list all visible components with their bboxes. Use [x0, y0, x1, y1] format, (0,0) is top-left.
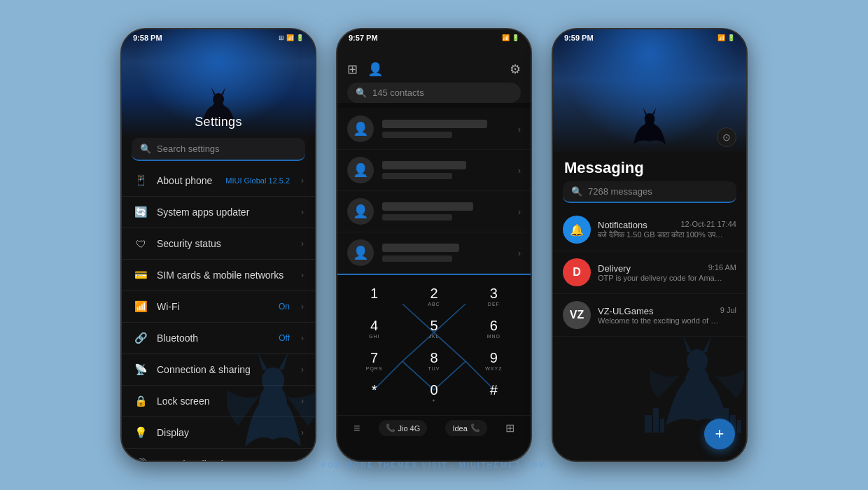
chevron-icon-10: ›	[301, 459, 304, 461]
contact-item-4[interactable]: 👤 ›	[337, 232, 531, 274]
settings-item-security[interactable]: 🛡 Security status ›	[122, 228, 315, 260]
dial-key-4[interactable]: 4GHI	[344, 313, 404, 345]
message-item-notifications[interactable]: 🔔 Notifications 12-Oct-21 17:44 बजे दैनि…	[553, 209, 746, 251]
message-item-delivery[interactable]: D Delivery 9:16 AM OTP is your delivery …	[553, 251, 746, 294]
msg-preview-delivery: OTP is your delivery code for Amazon. Sh…	[598, 274, 724, 282]
msg-body-delivery: Delivery 9:16 AM OTP is your delivery co…	[598, 263, 736, 282]
msg-avatar-vz: VZ	[563, 301, 591, 329]
messaging-title: Messaging	[553, 152, 746, 181]
wifi-value: On	[279, 302, 290, 312]
contacts-grid-icon[interactable]: ⊞	[347, 62, 358, 77]
dial-settings-icon[interactable]: ≡	[354, 422, 360, 435]
svg-marker-18	[643, 108, 648, 114]
svg-point-20	[685, 365, 710, 405]
bluetooth-icon: 🔗	[133, 330, 148, 346]
svg-marker-23	[703, 336, 711, 352]
dial-grid-icon[interactable]: ⊞	[505, 421, 514, 435]
dial-key-5[interactable]: 5JKL	[404, 313, 463, 345]
dial-key-7[interactable]: 7PQRS	[344, 345, 404, 377]
chevron-icon: ›	[301, 176, 304, 186]
updater-label: System apps updater	[157, 206, 293, 218]
dial-key-9[interactable]: 9WXYZ	[464, 345, 524, 377]
phone-dialer: 9:57 PM 📶 🔋 ⊞ 👤 ⚙ 🔍 145 contacts 👤	[336, 28, 532, 462]
contact-item-1[interactable]: 👤 ›	[337, 108, 531, 150]
contact-avatar-1: 👤	[347, 115, 374, 142]
contact-arrow-2: ›	[518, 165, 521, 176]
contacts-settings-icon[interactable]: ⚙	[510, 62, 521, 77]
contact-item-3[interactable]: 👤 ›	[337, 191, 531, 232]
contact-arrow-3: ›	[518, 206, 521, 217]
settings-item-about[interactable]: 📱 About phone MIUI Global 12.5.2 ›	[122, 165, 315, 197]
msg-body-vz: VZ-ULGames 9 Jul Welcome to the exciting…	[598, 306, 736, 325]
chevron-icon-7: ›	[301, 365, 304, 374]
search-bar[interactable]: 🔍 Search settings	[132, 138, 305, 161]
msg-name-vz: VZ-ULGames 9 Jul	[598, 306, 736, 316]
contacts-person-icon[interactable]: 👤	[368, 62, 383, 77]
carrier-2-button[interactable]: Idea 📞	[445, 420, 486, 436]
updater-icon: 🔄	[133, 204, 148, 220]
svg-marker-3	[221, 88, 225, 94]
phones-container: 9:58 PM ⊞ 📶 🔋	[0, 0, 868, 490]
search-icon: 🔍	[140, 144, 151, 154]
status-icons-3: 📶 🔋	[718, 34, 735, 41]
security-label: Security status	[157, 238, 293, 249]
connection-label: Connection & sharing	[157, 364, 293, 375]
sound-icon: 🔊	[133, 456, 148, 461]
bluetooth-value: Off	[279, 333, 290, 343]
msg-body-notifications: Notifications 12-Oct-21 17:44 बजे दैनिक …	[598, 220, 736, 239]
settings-item-sim[interactable]: 💳 SIM cards & mobile networks ›	[122, 260, 315, 291]
chevron-icon-2: ›	[301, 207, 304, 217]
svg-marker-22	[683, 336, 692, 352]
compose-button[interactable]: +	[704, 419, 735, 449]
svg-rect-24	[645, 415, 652, 433]
contact-number-1	[382, 132, 452, 138]
about-icon: 📱	[133, 173, 148, 188]
svg-rect-29	[737, 420, 741, 433]
svg-point-21	[687, 349, 708, 373]
dial-key-2[interactable]: 2ABC	[404, 281, 463, 313]
settings-title: Settings	[122, 115, 315, 130]
connection-icon: 📡	[133, 362, 148, 377]
settings-item-sound[interactable]: 🔊 Sound & vibration ›	[122, 449, 315, 461]
carrier-1-button[interactable]: 📞 Jio 4G	[379, 420, 428, 436]
message-item-vz[interactable]: VZ VZ-ULGames 9 Jul Welcome to the excit…	[553, 294, 746, 337]
settings-item-display[interactable]: 💡 Display ›	[122, 417, 315, 449]
display-label: Display	[157, 427, 293, 438]
contact-info-3	[382, 202, 510, 220]
hero-image-1: Settings	[122, 29, 315, 138]
search-placeholder: Search settings	[157, 144, 220, 154]
dialer-grid: 12ABC3DEF4GHI5JKL6MNO7PQRS8TUV9WXYZ*0+#	[337, 275, 531, 415]
search-icon-3: 🔍	[571, 186, 582, 197]
batman-icon-hero-3	[631, 96, 669, 148]
message-search[interactable]: 🔍 7268 messages	[563, 181, 736, 203]
dial-key-3[interactable]: 3DEF	[464, 281, 524, 313]
status-bar-3: 9:59 PM 📶 🔋	[553, 29, 746, 45]
carrier-2-label: Idea	[452, 424, 467, 433]
dial-key-6[interactable]: 6MNO	[464, 313, 524, 345]
settings-item-lockscreen[interactable]: 🔒 Lock screen ›	[122, 386, 315, 417]
dial-key-0[interactable]: 0+	[404, 377, 463, 410]
contact-info-1	[382, 120, 510, 138]
contacts-search[interactable]: 🔍 145 contacts	[347, 83, 521, 103]
settings-item-connection[interactable]: 📡 Connection & sharing ›	[122, 354, 315, 386]
svg-rect-25	[653, 408, 659, 433]
wifi-label: Wi-Fi	[157, 301, 270, 312]
svg-point-17	[645, 113, 655, 125]
contacts-header: ⊞ 👤 ⚙	[337, 48, 531, 83]
search-icon-2: 🔍	[356, 88, 367, 98]
settings-item-bluetooth[interactable]: 🔗 Bluetooth Off ›	[122, 323, 315, 354]
settings-item-updater[interactable]: 🔄 System apps updater ›	[122, 197, 315, 228]
settings-item-wifi[interactable]: 📶 Wi-Fi On ›	[122, 291, 315, 323]
svg-rect-26	[660, 419, 664, 433]
sim-icon: 💳	[133, 267, 148, 283]
contact-name-4	[382, 244, 459, 252]
contact-number-3	[382, 214, 452, 220]
sim-label: SIM cards & mobile networks	[157, 270, 293, 281]
dial-key-8[interactable]: 8TUV	[404, 345, 463, 377]
dial-key-*[interactable]: *	[344, 377, 404, 410]
dial-key-#[interactable]: #	[464, 377, 524, 410]
contact-item-2[interactable]: 👤 ›	[337, 150, 531, 191]
call-icon-1: 📞	[386, 424, 396, 433]
dial-key-1[interactable]: 1	[344, 281, 404, 313]
camera-icon-3: ⊙	[717, 127, 736, 147]
